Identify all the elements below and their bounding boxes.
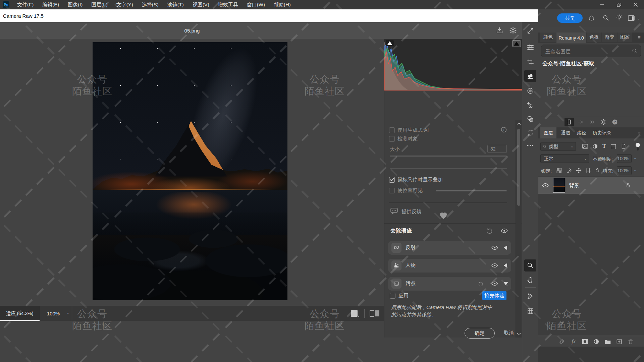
people-eye-icon[interactable]	[491, 263, 498, 268]
menu-edit[interactable]: 编辑(E)	[38, 0, 63, 9]
shadow-clipping-indicator[interactable]	[386, 40, 394, 46]
menu-select[interactable]: 选择(S)	[138, 0, 163, 9]
layer-name[interactable]: 背景	[569, 182, 579, 189]
layer-style-fx-icon[interactable]: fx	[570, 338, 577, 345]
filter-smartobject-icon[interactable]	[621, 143, 626, 149]
sync-settings-icon[interactable]	[524, 127, 536, 139]
search-icon[interactable]	[602, 14, 609, 21]
menu-help[interactable]: 帮助(H)	[269, 0, 295, 9]
show-overlay-checkbox[interactable]	[389, 177, 395, 183]
menu-plugins[interactable]: 增效工具	[214, 0, 243, 9]
double-arrow-icon[interactable]	[587, 118, 597, 126]
delete-layer-trash-icon[interactable]	[627, 338, 634, 345]
reflections-eye-icon[interactable]	[491, 245, 498, 250]
overlay-grid-icon[interactable]	[524, 305, 536, 317]
highlight-clipping-indicator[interactable]	[512, 40, 521, 47]
preferences-gear-icon[interactable]	[509, 26, 517, 34]
renamy-search-input[interactable]	[545, 46, 630, 56]
use-generative-ai-checkbox[interactable]	[389, 127, 395, 133]
people-row[interactable]: 人物	[388, 259, 511, 273]
help-icon[interactable]: ?	[610, 118, 620, 126]
apply-checkbox[interactable]	[390, 293, 395, 299]
spots-eye-icon[interactable]	[491, 281, 498, 286]
heart-icon[interactable]	[438, 210, 448, 220]
zoom-level-select[interactable]: 100%	[41, 306, 66, 321]
panel-menu-icon[interactable]: ≡	[638, 34, 641, 40]
link-layers-icon[interactable]	[558, 338, 565, 345]
layer-lock-icon[interactable]	[626, 182, 631, 188]
tab-patterns[interactable]: 图案	[618, 33, 632, 42]
opacity-chevron-icon[interactable]: ⌄	[634, 156, 637, 160]
preview-mode-icon[interactable]	[351, 310, 358, 317]
cancel-button[interactable]: 取消	[504, 330, 514, 336]
layer-row-background[interactable]: 背景	[538, 177, 644, 194]
spots-reset-icon[interactable]	[477, 281, 484, 287]
section-reset-icon[interactable]	[486, 228, 493, 234]
menu-file[interactable]: 文件(F)	[13, 0, 38, 9]
spots-collapse-icon[interactable]	[503, 282, 508, 285]
red-eye-tool-icon[interactable]	[524, 100, 536, 112]
lock-position-icon[interactable]	[576, 168, 582, 173]
tab-paths[interactable]: 路径	[574, 127, 589, 138]
tab-history[interactable]: 历史记录	[589, 127, 615, 138]
size-value-field[interactable]: 32	[487, 145, 507, 153]
filter-adjustment-icon[interactable]	[592, 143, 598, 149]
white-balance-eyedropper-icon[interactable]	[524, 290, 536, 302]
layer-visibility-eye-icon[interactable]	[542, 183, 549, 188]
restore-button[interactable]	[610, 0, 627, 9]
hand-tool-icon[interactable]	[524, 274, 536, 286]
notifications-bell-icon[interactable]	[588, 14, 595, 21]
opacity-value-field[interactable]: 100%	[617, 154, 632, 163]
add-mask-icon[interactable]	[581, 338, 589, 345]
filter-text-icon[interactable]: T	[602, 143, 606, 149]
menu-view[interactable]: 视图(V)	[188, 0, 214, 9]
tab-layers[interactable]: 图层	[540, 127, 556, 138]
save-image-icon[interactable]	[496, 26, 503, 34]
tab-gradients[interactable]: 渐变	[602, 33, 617, 42]
menu-window[interactable]: 窗口(W)	[243, 0, 269, 9]
close-button[interactable]	[627, 0, 644, 9]
new-layer-icon[interactable]	[615, 338, 623, 345]
minimize-button[interactable]	[594, 0, 610, 9]
panel-menu-icon[interactable]: ≡	[638, 130, 641, 136]
people-expand-icon[interactable]	[504, 263, 507, 268]
scrollbar-thumb[interactable]	[517, 129, 520, 206]
remove-tool-icon[interactable]	[524, 70, 536, 82]
menu-type[interactable]: 文字(Y)	[112, 0, 138, 9]
workspace-panels-icon[interactable]	[628, 15, 635, 21]
presets-tool-icon[interactable]	[524, 113, 536, 125]
filter-toggle[interactable]	[636, 143, 640, 147]
zoom-tool-icon[interactable]	[524, 259, 536, 272]
zoom-fit-tab[interactable]: 适应 (64.3%)	[0, 306, 40, 321]
section-eye-icon[interactable]	[500, 228, 508, 234]
fill-value-field[interactable]: 100%	[617, 166, 632, 175]
crop-tool-icon[interactable]	[524, 56, 536, 68]
size-slider[interactable]	[390, 156, 507, 157]
tab-renamy[interactable]: Renamy 4.0	[556, 33, 586, 43]
renamy-search-field[interactable]	[541, 45, 641, 57]
arrow-right-icon[interactable]	[576, 118, 585, 126]
tab-color[interactable]: 颜色	[540, 33, 556, 42]
edit-sliders-icon[interactable]	[524, 41, 536, 53]
ok-button[interactable]: 确定	[465, 328, 495, 339]
settings-gear-icon[interactable]	[599, 118, 608, 126]
menu-image[interactable]: 图像(I)	[63, 0, 87, 9]
new-group-folder-icon[interactable]	[604, 338, 611, 345]
lock-artboard-icon[interactable]	[585, 168, 591, 173]
exchange-width-icon[interactable]	[565, 118, 574, 126]
layer-thumbnail[interactable]	[553, 178, 565, 193]
fullscreen-toggle-icon[interactable]	[524, 25, 536, 37]
reflections-row[interactable]: 反射	[388, 241, 511, 255]
search-icon[interactable]	[632, 48, 638, 54]
image-preview[interactable]	[93, 42, 287, 300]
panel-scrollbar[interactable]	[516, 120, 522, 338]
discover-lightbulb-icon[interactable]	[616, 14, 623, 21]
menu-layer[interactable]: 图层(L)	[87, 0, 112, 9]
detect-objects-checkbox[interactable]	[389, 136, 395, 142]
tab-swatches[interactable]: 色板	[587, 33, 601, 42]
early-access-badge[interactable]: 抢先体验	[482, 291, 506, 300]
filter-type-select[interactable]: 类型 ⌄	[540, 142, 576, 151]
feedback-button[interactable]: 提供反馈	[401, 208, 422, 215]
info-icon[interactable]: i	[501, 127, 507, 133]
spots-row[interactable]: 污点	[388, 277, 511, 291]
